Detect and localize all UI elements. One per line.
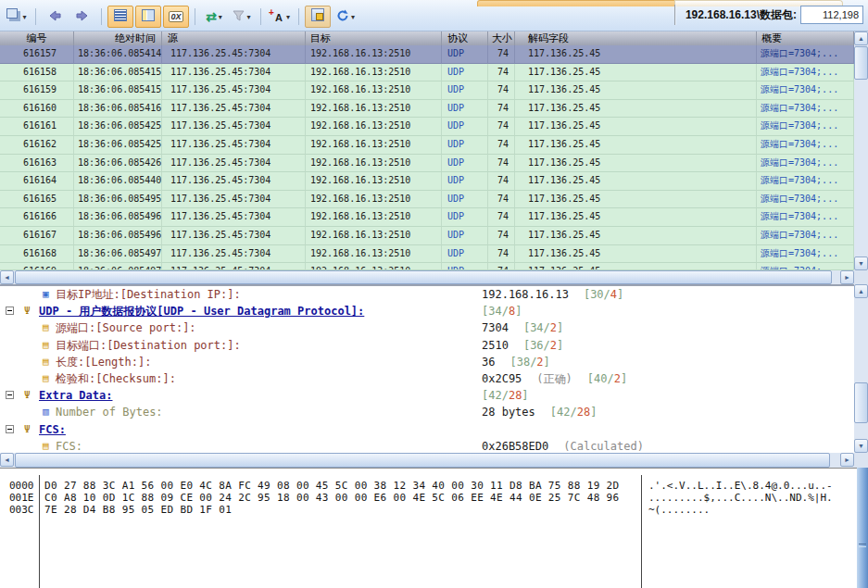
decode-vscrollbar[interactable] xyxy=(854,284,868,453)
collapse-minus-icon[interactable] xyxy=(6,307,14,315)
packet-row[interactable]: 616161 18:36:06.085425 117.136.25.45:730… xyxy=(0,118,854,136)
packet-decode-cell: 117.136.25.45 xyxy=(515,118,757,136)
scroll-up-icon[interactable] xyxy=(854,31,868,45)
column-header[interactable]: 协议 xyxy=(442,31,488,45)
destination-ip-icon: ▣ xyxy=(43,287,49,302)
packet-table-vscrollbar[interactable] xyxy=(854,31,868,270)
column-header[interactable]: 解码字段 xyxy=(515,31,757,45)
packet-protocol-cell: UDP xyxy=(442,81,488,100)
packet-counter-value: 112,198 xyxy=(800,6,863,24)
packet-summary-cell: 源端口=7304;... xyxy=(757,64,854,82)
decode-tree-item[interactable]: ▤ 检验和:[Checksum:]: 0x2C95 (正确) [40/2] xyxy=(0,370,854,387)
packet-protocol-cell: UDP xyxy=(442,263,488,270)
collapse-minus-icon[interactable] xyxy=(6,425,14,433)
packet-size-cell: 74 xyxy=(488,208,515,227)
vscroll-thumb[interactable] xyxy=(854,382,868,423)
packet-decode-cell: 117.136.25.45 xyxy=(515,227,757,245)
filter-button[interactable]: ▾ xyxy=(229,6,255,28)
scroll-down-icon[interactable] xyxy=(854,256,868,270)
hex-row[interactable]: 001E C0 A8 10 0D 1C 88 09 CE 00 24 2C 95… xyxy=(0,492,857,504)
packet-row[interactable]: 616165 18:36:06.085495 117.136.25.45:730… xyxy=(0,191,854,209)
column-header[interactable]: 概要 xyxy=(757,31,854,45)
tree-item-label: UDP - 用户数据报协议[UDP - User Datagram Protoc… xyxy=(39,303,364,319)
packet-row[interactable]: 616162 18:36:06.085425 117.136.25.45:730… xyxy=(0,136,854,155)
packet-source-cell: 117.136.25.45:7304 xyxy=(162,263,306,270)
hscroll-thumb[interactable] xyxy=(15,453,830,468)
decode-tree-item[interactable]: ▣ 目标IP地址:[Destination IP:]: 192.168.16.1… xyxy=(0,286,854,303)
scroll-left-icon[interactable] xyxy=(0,453,14,467)
packet-time-cell: 18:36:06.085495 xyxy=(74,191,162,209)
decode-tree-item[interactable]: ▤ FCS: 0x26B58ED0 (Calculated) xyxy=(0,438,854,453)
decode-view-button[interactable] xyxy=(135,6,161,28)
hex-bytes: C0 A8 10 0D 1C 88 09 CE 00 24 2C 95 18 0… xyxy=(44,492,620,504)
packet-summary-cell: 源端口=7304;... xyxy=(757,245,854,264)
vscroll-thumb[interactable] xyxy=(854,46,868,80)
decode-tree-item[interactable]: ▥ Number of Bytes: 28 bytes [42/28] xyxy=(0,404,854,420)
packet-destination-cell: 192.168.16.13:2510 xyxy=(306,245,442,264)
packet-table-hscrollbar[interactable] xyxy=(0,270,854,284)
packet-size-cell: 74 xyxy=(488,191,515,209)
hex-row[interactable]: 003C 7E 28 D4 B8 95 05 ED BD 1F 01 ~(...… xyxy=(0,504,857,516)
packet-protocol-cell: UDP xyxy=(442,136,488,155)
hex-row[interactable]: 0000 D0 27 88 3C A1 56 00 E0 4C 8A FC 49… xyxy=(0,480,857,492)
column-header[interactable]: 大小 xyxy=(488,31,515,45)
column-header[interactable]: 编号 xyxy=(0,31,74,45)
packet-row[interactable]: 616163 18:36:06.085426 117.136.25.45:730… xyxy=(0,155,854,173)
packet-list-view-button[interactable] xyxy=(107,6,133,28)
field-icon: ▤ xyxy=(43,338,49,353)
export-button[interactable]: ▾ xyxy=(4,6,30,28)
hex-offset: 001E xyxy=(9,492,34,504)
packet-row[interactable]: 616169 18:36:06.085497 117.136.25.45:730… xyxy=(0,263,854,270)
packet-row[interactable]: 616168 18:36:06.085497 117.136.25.45:730… xyxy=(0,245,854,264)
dropdown-arrow-icon: ▾ xyxy=(219,13,222,21)
packet-destination-cell: 192.168.16.13:2510 xyxy=(306,136,442,155)
packet-destination-cell: 192.168.16.13:2510 xyxy=(306,64,442,82)
packet-protocol-cell: UDP xyxy=(442,118,488,136)
decode-tree-item[interactable]: Ψ UDP - 用户数据报协议[UDP - User Datagram Prot… xyxy=(0,303,854,319)
scroll-right-icon[interactable] xyxy=(840,453,854,467)
packet-summary-cell: 源端口=7304;... xyxy=(757,208,854,227)
window-edge xyxy=(857,468,868,588)
tree-item-value: 36 xyxy=(482,354,495,370)
packet-row[interactable]: 616164 18:36:06.085440 117.136.25.45:730… xyxy=(0,172,854,191)
decode-tree-item[interactable]: ▤ 源端口:[Source port:]: 7304 [34/2] xyxy=(0,319,854,336)
packet-transfer-button[interactable]: ⇄▾ xyxy=(201,6,227,28)
list-view-icon xyxy=(114,8,127,25)
tree-item-offset-ref: [30/4] xyxy=(584,286,623,303)
decode-tree-item[interactable]: ▤ 目标端口:[Destination port:]: 2510 [36/2] xyxy=(0,337,854,354)
packet-row[interactable]: 616160 18:36:06.085416 117.136.25.45:730… xyxy=(0,100,854,119)
decode-tree-item[interactable]: Ψ FCS: xyxy=(0,421,854,438)
refresh-button[interactable]: ▾ xyxy=(333,6,359,28)
decode-tree-item[interactable]: Ψ Extra Data: [42/28] xyxy=(0,387,854,404)
decode-tree-item[interactable]: ▤ 长度:[Length:]: 36 [38/2] xyxy=(0,354,854,370)
scroll-right-icon[interactable] xyxy=(840,270,854,284)
column-header[interactable]: 源 xyxy=(162,31,306,45)
forward-button[interactable] xyxy=(69,6,95,28)
hex-view-button[interactable]: 0X xyxy=(163,6,189,28)
scroll-up-icon[interactable] xyxy=(854,284,868,298)
packet-row[interactable]: 616157 18:36:06.085414 117.136.25.45:730… xyxy=(0,45,854,64)
collapse-minus-icon[interactable] xyxy=(6,391,14,399)
log-lock-button[interactable] xyxy=(305,6,331,28)
packet-time-cell: 18:36:06.085496 xyxy=(74,227,162,245)
tree-item-offset-ref: [42/28] xyxy=(550,404,598,420)
packet-summary-cell: 源端口=7304;... xyxy=(757,118,854,136)
scroll-down-icon[interactable] xyxy=(854,439,868,453)
scroll-left-icon[interactable] xyxy=(0,270,14,284)
back-button[interactable] xyxy=(42,6,68,28)
tree-item-value: 7304 xyxy=(482,319,509,336)
packet-row[interactable]: 616167 18:36:06.085496 117.136.25.45:730… xyxy=(0,227,854,245)
packet-row[interactable]: 616166 18:36:06.085496 117.136.25.45:730… xyxy=(0,208,854,227)
packet-row[interactable]: 616158 18:36:06.085415 117.136.25.45:730… xyxy=(0,64,854,82)
find-text-button[interactable]: A+▾ xyxy=(267,6,293,28)
packet-row[interactable]: 616159 18:36:06.085415 117.136.25.45:730… xyxy=(0,81,854,100)
hex-offset: 003C xyxy=(9,504,34,516)
packet-summary-cell: 源端口=7304;... xyxy=(757,81,854,100)
decode-hscrollbar[interactable] xyxy=(0,453,854,468)
column-header[interactable]: 目标 xyxy=(306,31,442,45)
export-icon xyxy=(6,8,20,25)
hscroll-thumb[interactable] xyxy=(15,270,832,284)
packet-decode-cell: 117.136.25.45 xyxy=(515,45,757,64)
column-header[interactable]: 绝对时间 xyxy=(74,31,162,45)
packet-size-cell: 74 xyxy=(488,172,515,191)
